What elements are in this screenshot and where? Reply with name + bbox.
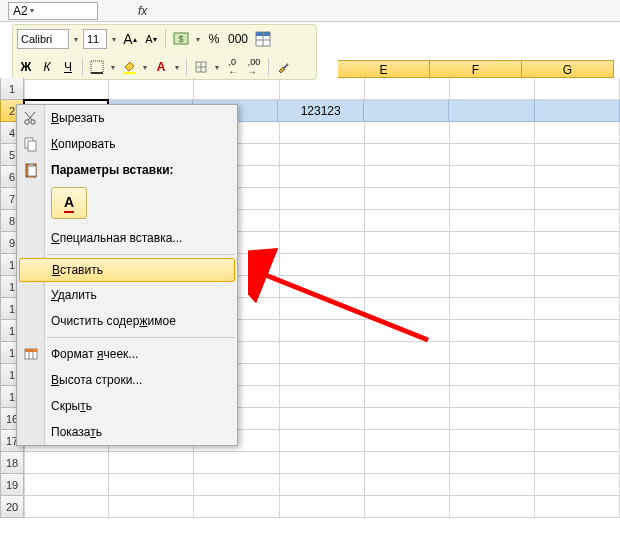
row-header[interactable]: 19 — [0, 474, 24, 496]
name-box[interactable]: A2 ▾ — [8, 2, 98, 20]
fill-color-button[interactable] — [120, 57, 138, 77]
menu-paste-special[interactable]: Специальная вставка... — [17, 225, 237, 251]
menu-format-cells[interactable]: Формат ячеек... — [17, 341, 237, 367]
column-header-f[interactable]: F — [430, 60, 522, 78]
font-size-combo[interactable]: 11 — [83, 29, 107, 49]
font-color-dropdown-icon[interactable]: ▾ — [173, 63, 181, 72]
menu-clear-contents[interactable]: Очистить содержимое — [17, 308, 237, 334]
name-box-value: A2 — [13, 4, 28, 18]
grid-icon — [194, 60, 208, 74]
bold-button[interactable]: Ж — [17, 57, 35, 77]
menu-delete[interactable]: Удалить — [17, 282, 237, 308]
italic-button[interactable]: К — [38, 57, 56, 77]
fill-dropdown-icon[interactable]: ▾ — [141, 63, 149, 72]
menu-label: Формат ячеек... — [51, 347, 138, 361]
menu-label: Высота строки... — [51, 373, 142, 387]
menu-insert[interactable]: Вставить — [19, 258, 235, 282]
copy-icon — [21, 134, 41, 154]
row-context-menu: Вырезать Копировать Параметры вставки: A… — [16, 104, 238, 446]
row-header[interactable]: 20 — [0, 496, 24, 518]
table-format-icon — [255, 31, 271, 47]
font-name-dropdown-icon[interactable]: ▾ — [72, 35, 80, 44]
menu-label: Вставить — [52, 263, 103, 277]
row-header[interactable]: 1 — [0, 78, 24, 100]
svg-point-14 — [31, 120, 35, 124]
font-name-combo[interactable]: Calibri — [17, 29, 69, 49]
shrink-font-button[interactable]: A▾ — [142, 29, 160, 49]
svg-rect-8 — [124, 72, 135, 74]
format-painter-button[interactable] — [274, 57, 292, 77]
svg-text:$: $ — [178, 34, 183, 44]
menu-copy[interactable]: Копировать — [17, 131, 237, 157]
font-size-dropdown-icon[interactable]: ▾ — [110, 35, 118, 44]
underline-button[interactable]: Ч — [59, 57, 77, 77]
menu-label: Копировать — [51, 137, 116, 151]
cell[interactable] — [24, 78, 109, 100]
scissors-icon — [21, 108, 41, 128]
mini-toolbar: Calibri ▾ 11 ▾ A▴ A▾ $ ▾ % 000 Ж К Ч ▾ ▾… — [12, 24, 317, 80]
decrease-decimal-button[interactable]: ,0← — [224, 57, 242, 77]
svg-line-12 — [284, 64, 288, 68]
row-header[interactable]: 18 — [0, 452, 24, 474]
svg-point-13 — [25, 120, 29, 124]
menu-label: Очистить содержимое — [51, 314, 176, 328]
format-cells-icon — [21, 344, 41, 364]
cell-with-value[interactable]: 123123 — [278, 100, 363, 122]
borders-button[interactable] — [192, 57, 210, 77]
svg-rect-21 — [29, 163, 33, 166]
paste-option-values[interactable]: A — [51, 187, 87, 219]
grow-font-button[interactable]: A▴ — [121, 29, 139, 49]
svg-rect-6 — [91, 61, 103, 73]
border-icon — [90, 60, 104, 74]
paint-bucket-icon — [122, 60, 136, 74]
clipboard-icon — [21, 160, 41, 180]
border-button[interactable] — [88, 57, 106, 77]
menu-label: Скрыть — [51, 399, 92, 413]
column-header-e[interactable]: E — [338, 60, 430, 78]
currency-button[interactable]: $ — [171, 29, 191, 49]
conditional-format-button[interactable] — [253, 29, 273, 49]
menu-hide[interactable]: Скрыть — [17, 393, 237, 419]
menu-row-height[interactable]: Высота строки... — [17, 367, 237, 393]
paste-options-row: A — [17, 183, 237, 225]
column-header-g[interactable]: G — [522, 60, 614, 78]
svg-rect-20 — [28, 166, 36, 176]
menu-paste-options-label: Параметры вставки: — [17, 157, 237, 183]
percent-button[interactable]: % — [205, 29, 223, 49]
svg-rect-23 — [25, 349, 37, 352]
currency-dropdown-icon[interactable]: ▾ — [194, 35, 202, 44]
fx-label: fx — [138, 4, 147, 18]
menu-label: Вырезать — [51, 111, 104, 125]
borders-dropdown-icon[interactable]: ▾ — [213, 63, 221, 72]
menu-label: Специальная вставка... — [51, 231, 182, 245]
currency-icon: $ — [173, 31, 189, 47]
brush-icon — [276, 60, 290, 74]
menu-label: Параметры вставки: — [51, 163, 174, 177]
font-color-button[interactable]: A — [152, 57, 170, 77]
svg-rect-18 — [28, 141, 36, 151]
menu-label: Показать — [51, 425, 102, 439]
column-headers: E F G — [338, 22, 620, 78]
name-box-dropdown-icon[interactable]: ▾ — [28, 6, 36, 15]
comma-style-button[interactable]: 000 — [226, 29, 250, 49]
formula-bar-row: A2 ▾ fx — [0, 0, 620, 22]
increase-decimal-button[interactable]: ,00→ — [245, 57, 263, 77]
menu-label: Удалить — [51, 288, 97, 302]
menu-cut[interactable]: Вырезать — [17, 105, 237, 131]
border-dropdown-icon[interactable]: ▾ — [109, 63, 117, 72]
menu-show[interactable]: Показать — [17, 419, 237, 445]
